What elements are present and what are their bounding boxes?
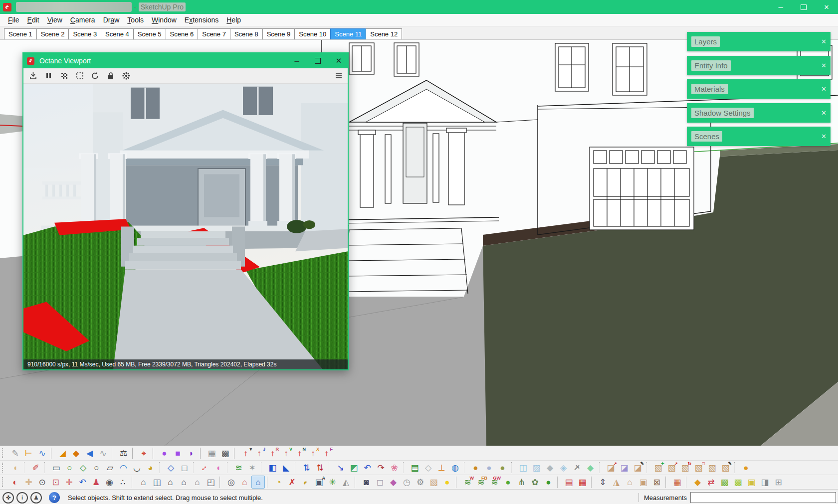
bulb-icon[interactable]: ● [440,476,454,489]
green-gem-icon[interactable]: ◆ [584,461,597,474]
panel-close-icon[interactable]: ✕ [821,56,827,75]
export-f-icon[interactable]: ↑F [320,447,333,460]
panel-entity-info[interactable]: Entity Info✕ [687,56,831,75]
lock-camera-icon[interactable] [106,71,115,80]
orange-gem-icon[interactable]: ◆ [691,476,704,489]
axes-star-icon[interactable]: ✳ [326,476,339,489]
tan-pyramid-icon[interactable]: ◮ [610,476,623,489]
wrench-icon[interactable]: ⚙ [414,476,427,489]
sphere-box-icon[interactable]: ◙ [360,476,373,489]
lasso-icon[interactable]: ◇ [164,461,178,474]
tape-measure-icon[interactable]: ◔ [272,476,285,489]
zoom-window-icon[interactable]: ⊡ [49,476,62,489]
tab-scene-5[interactable]: Scene 5 [133,28,166,39]
text-tool-icon[interactable]: ▣A [312,476,326,489]
tab-scene-3[interactable]: Scene 3 [68,28,101,39]
plumb-icon[interactable]: ◭ [339,476,353,489]
freehand-pen-icon[interactable]: ✐ [29,461,42,474]
tab-scene-8[interactable]: Scene 8 [230,28,263,39]
help-question-icon[interactable]: ? [49,492,60,503]
blue-wedge-icon[interactable]: ◣ [279,461,293,474]
gray-cone-icon[interactable]: ◇ [421,461,435,474]
toolbar-grip[interactable] [2,463,7,473]
uv-blue-icon[interactable]: ◪ [618,461,631,474]
grass-tuft-icon[interactable]: ⋔ [515,476,528,489]
green-flag-icon[interactable]: ◩ [347,461,361,474]
octane-maximize-button[interactable] [314,57,322,65]
tan-grid-icon[interactable]: ▧ [705,461,719,474]
sphere-pale-icon[interactable]: ● [482,461,496,474]
panel-close-icon[interactable]: ✕ [821,79,827,99]
export-arrow-icon[interactable]: ↑▾ [239,447,252,460]
frost-cube-icon[interactable]: ▨ [530,461,543,474]
pan-icon[interactable]: ✚ [22,476,35,489]
ellipse-tool-icon[interactable]: ○ [90,461,103,474]
close-button[interactable]: ✕ [815,0,838,14]
export-n-icon[interactable]: ↑N [293,447,306,460]
coil-icon[interactable]: ≋ [232,461,245,474]
gray-shield-icon[interactable]: ◆ [543,461,557,474]
sword-icon[interactable]: ✝ [570,461,584,474]
menu-tools[interactable]: Tools [123,16,148,24]
octane-minimize-button[interactable]: ─ [293,57,301,65]
tree-icon[interactable]: ● [501,476,515,489]
updown-red-icon[interactable]: ⇅ [313,461,327,474]
menu-help[interactable]: Help [222,16,245,24]
protractor-icon[interactable]: ◖ [299,476,312,489]
menu-file[interactable]: File [4,16,23,24]
undo-blue-icon[interactable]: ↶ [361,461,374,474]
color-shield-icon[interactable]: ◆ [387,476,400,489]
save-render-icon[interactable] [29,71,38,80]
shadow-house-icon[interactable]: ⌂ [238,476,251,489]
tan-arrow-icon[interactable]: ▧↗ [665,461,678,474]
active-house-icon[interactable]: ⌂ [251,476,265,489]
orange-ball-icon[interactable]: ● [739,461,753,474]
position-camera-icon[interactable]: ♟ [89,476,103,489]
balance-scale-icon[interactable]: ⚖ [117,447,130,460]
updown-blue-icon[interactable]: ⇅ [300,461,313,474]
menu-draw[interactable]: Draw [99,16,124,24]
sphere-orange-icon[interactable]: ● [469,461,482,474]
view-iso-icon[interactable]: ⌂ [137,476,150,489]
toolbar-grip[interactable] [2,477,7,487]
zoom-extents-icon[interactable]: ✛ [62,476,76,489]
red-grid-icon[interactable]: ▦ [576,476,589,489]
export-r-icon[interactable]: ↑R [266,447,279,460]
panel-close-icon[interactable]: ✕ [821,32,827,51]
tan-rainbow-icon[interactable]: ▧✦ [651,461,665,474]
arc-tool-icon[interactable]: ◠ [117,461,130,474]
globe-icon[interactable]: ◍ [448,461,462,474]
export-x-icon[interactable]: ↑X [306,447,320,460]
grass-fb-icon[interactable]: ≋FB [474,476,488,489]
blue-flag-icon[interactable]: ◀ [83,447,96,460]
clock-icon[interactable]: ◷ [400,476,414,489]
walk-icon[interactable]: ∴ [116,476,130,489]
sculpt-pencil-icon[interactable]: ✎ [8,447,22,460]
look-around-icon[interactable]: ◉ [103,476,116,489]
vertex-edit-icon[interactable]: ⌖ [137,447,151,460]
red-book-icon[interactable]: ▤ [562,476,576,489]
panel-layers[interactable]: Layers✕ [687,32,831,51]
view-right-icon[interactable]: ⌂ [177,476,191,489]
ice-cube-icon[interactable]: ◫ [516,461,530,474]
minimize-button[interactable]: ─ [769,0,792,14]
octane-close-button[interactable]: ✕ [335,57,343,65]
soften-icon[interactable]: ◖ [211,461,225,474]
titlebar[interactable]: - SketchUp Pro ─ ✕ [0,0,838,14]
tan-box-icon[interactable]: ▧□ [692,461,705,474]
tan-x-icon[interactable]: ⊠ [650,476,663,489]
restore-button[interactable] [792,0,815,14]
restart-render-icon[interactable] [91,71,100,80]
sandbox-icon[interactable]: ◖ [8,461,22,474]
paint-square-icon[interactable]: ◧ [266,461,279,474]
rotated-rect-icon[interactable]: ▱ [103,461,117,474]
tab-scene-2[interactable]: Scene 2 [36,28,69,39]
tan-panel-icon[interactable]: ▣ [636,476,650,489]
panel-shadow-settings[interactable]: Shadow Settings✕ [687,103,831,123]
grass-w-icon[interactable]: ≋W [461,476,474,489]
tab-scene-6[interactable]: Scene 6 [166,28,199,39]
polygon-tool-icon[interactable]: ◇ [76,461,90,474]
subdivide-wedge-icon[interactable]: ◗ [185,447,198,460]
kernel-settings-icon[interactable] [122,71,131,80]
tab-scene-1[interactable]: Scene 1 [4,28,37,39]
